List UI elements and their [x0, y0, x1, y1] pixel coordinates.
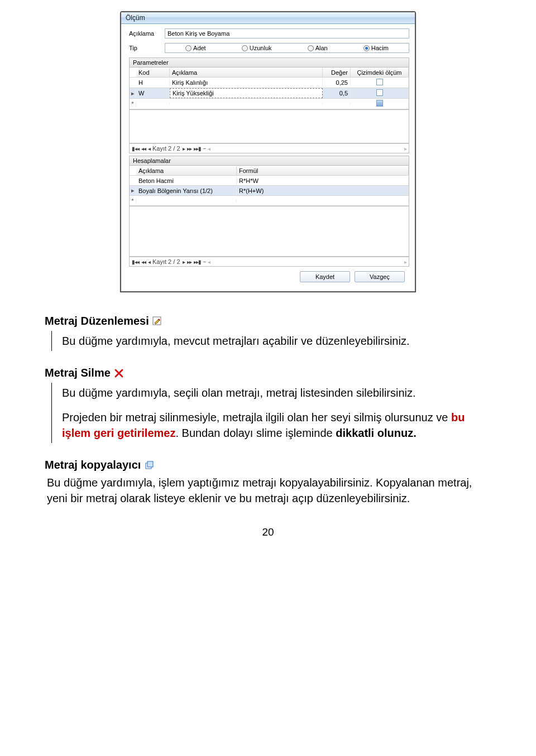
table-row[interactable]: ▸ Boyalı Bölgenin Yarısı (1/2) R*(H+W)	[130, 186, 409, 196]
dialog-olcum: Ölçüm Açıklama Tip Adet Uzunluk Alan Hac…	[120, 11, 416, 292]
radio-icon	[242, 45, 248, 51]
grid-header: Kod Açıklama Değer Çizimdeki ölçüm	[130, 68, 409, 78]
radio-label: Adet	[193, 45, 206, 51]
nav-next-icon[interactable]: ▸	[183, 259, 185, 265]
group-header-hesaplamalar: Hesaplamalar	[129, 156, 409, 166]
cell-olcum	[351, 78, 409, 88]
nav-left-icon[interactable]: ◂	[208, 259, 210, 265]
grid-header: Açıklama Formül	[130, 166, 409, 176]
nav-last-icon[interactable]: ▸▸▮	[194, 146, 201, 152]
table-row-new[interactable]: *	[130, 196, 409, 206]
svg-rect-2	[147, 461, 153, 467]
table-row[interactable]: Beton Hacmi R*H*W	[130, 176, 409, 186]
page-number: 20	[45, 526, 491, 538]
grid-blank	[129, 110, 409, 143]
table-row[interactable]: ▸ W Kiriş Yüksekliği 0,5	[130, 88, 409, 99]
row-aciklama: Açıklama	[129, 28, 409, 38]
cell-aciklama: Kiriş Kalınlığı	[170, 78, 323, 87]
row-tip: Tip Adet Uzunluk Alan Hacim	[129, 43, 409, 53]
col-aciklama: Açıklama	[136, 166, 237, 175]
pencil-icon	[152, 316, 162, 326]
nav-next-icon[interactable]: ▸	[183, 146, 185, 152]
group-header-parametreler: Parametreler	[129, 57, 409, 68]
radio-adet[interactable]: Adet	[185, 45, 206, 51]
text: Projeden bir metraj silinmesiyle, metraj…	[62, 411, 451, 423]
checkbox-icon[interactable]	[376, 100, 383, 107]
radio-icon	[185, 45, 192, 51]
new-row-indicator: *	[130, 100, 136, 107]
nav-right-icon[interactable]: ▸	[404, 259, 406, 265]
nav-prevpage-icon[interactable]: ◂◂	[141, 146, 146, 152]
cell-formul: R*H*W	[237, 176, 409, 185]
section-metraj-kopyalayici: Metraj kopyalayıcı Bu düğme yardımıyla, …	[45, 459, 491, 506]
heading-delete: Metraj Silme	[45, 367, 491, 379]
cell-formul: R*(H+W)	[237, 186, 409, 195]
heading-copy: Metraj kopyalayıcı	[45, 459, 491, 471]
nav-first-icon[interactable]: ▮◂◂	[132, 146, 139, 152]
cell-kod: W	[136, 89, 170, 98]
checkbox-icon[interactable]	[376, 79, 383, 85]
nav-nextpage-icon[interactable]: ▸▸	[187, 259, 192, 265]
radio-hacim[interactable]: Hacim	[363, 45, 389, 51]
bold-text: dikkatli olunuz.	[336, 427, 416, 439]
col-olcum: Çizimdeki ölçüm	[351, 68, 409, 77]
paragraph: Bu düğme yardımıyla, mevcut metrajları a…	[62, 333, 491, 349]
radio-icon	[363, 45, 370, 51]
form-body: Açıklama Tip Adet Uzunluk Alan Hacim Par…	[121, 24, 415, 291]
heading-text: Metraj kopyalayıcı	[45, 459, 141, 471]
cell-deger: 0,5	[323, 89, 351, 98]
radio-label: Uzunluk	[250, 45, 272, 51]
nav-nextpage-icon[interactable]: ▸▸	[187, 146, 192, 152]
nav-last-icon[interactable]: ▸▸▮	[194, 259, 201, 265]
cell-olcum	[351, 88, 409, 98]
grid-blank	[129, 206, 409, 257]
table-row[interactable]: H Kiriş Kalınlığı 0,25	[130, 78, 409, 88]
nav-right-icon[interactable]: ▸	[404, 146, 406, 152]
heading-text: Metraj Düzenlemesi	[45, 315, 149, 328]
body-delete: Bu düğme yardımıyla, seçili olan metrajı…	[51, 383, 491, 443]
nav-prevpage-icon[interactable]: ◂◂	[141, 259, 146, 265]
nav-record-label: Kayıt 2 / 2	[152, 258, 180, 265]
nav-minus-icon[interactable]: −	[203, 146, 206, 152]
grid-navigator: ▮◂◂ ◂◂ ◂ Kayıt 2 / 2 ▸ ▸▸ ▸▸▮ − ◂ ▸	[129, 257, 409, 267]
radio-label: Alan	[315, 45, 328, 51]
radio-label: Hacim	[371, 45, 389, 51]
save-button[interactable]: Kaydet	[300, 271, 350, 282]
paragraph: Projeden bir metraj silinmesiyle, metraj…	[62, 410, 491, 441]
paragraph: Bu düğme yardımıyla, seçili olan metrajı…	[62, 385, 491, 401]
copy-icon	[144, 460, 154, 470]
input-aciklama[interactable]	[165, 28, 409, 38]
grid-parametreler: Kod Açıklama Değer Çizimdeki ölçüm H Kir…	[129, 68, 409, 110]
radio-uzunluk[interactable]: Uzunluk	[242, 45, 272, 51]
row-indicator: ▸	[130, 90, 136, 97]
radio-alan[interactable]: Alan	[308, 45, 328, 51]
nav-first-icon[interactable]: ▮◂◂	[132, 259, 139, 265]
nav-record-label: Kayıt 2 / 2	[152, 145, 180, 152]
section-metraj-duzenlemesi: Metraj Düzenlemesi Bu düğme yardımıyla, …	[45, 315, 491, 351]
grid-navigator: ▮◂◂ ◂◂ ◂ Kayıt 2 / 2 ▸ ▸▸ ▸▸▮ − ◂ ▸	[129, 143, 409, 153]
nav-prev-icon[interactable]: ◂	[148, 259, 150, 265]
cancel-button[interactable]: Vazgeç	[355, 271, 405, 282]
nav-left-icon[interactable]: ◂	[208, 146, 210, 152]
col-kod: Kod	[136, 68, 170, 77]
row-indicator: ▸	[130, 187, 136, 194]
label-tip: Tip	[129, 45, 161, 51]
body-edit: Bu düğme yardımıyla, mevcut metrajları a…	[51, 331, 491, 351]
radio-group-tip: Adet Uzunluk Alan Hacim	[165, 43, 409, 53]
button-row: Kaydet Vazgeç	[129, 267, 409, 287]
section-metraj-silme: Metraj Silme Bu düğme yardımıyla, seçili…	[45, 367, 491, 443]
col-aciklama: Açıklama	[170, 68, 323, 77]
grid-hesaplamalar: Açıklama Formül Beton Hacmi R*H*W ▸ Boya…	[129, 166, 409, 206]
cell-kod: H	[136, 78, 170, 87]
body-copy: Bu düğme yardımıyla, işlem yaptığımız me…	[47, 475, 491, 506]
nav-prev-icon[interactable]: ◂	[148, 146, 150, 152]
new-row-indicator: *	[130, 198, 136, 204]
label-aciklama: Açıklama	[129, 30, 161, 37]
nav-minus-icon[interactable]: −	[203, 259, 206, 265]
radio-icon	[308, 45, 314, 51]
table-row-new[interactable]: *	[130, 99, 409, 109]
checkbox-icon[interactable]	[376, 89, 383, 96]
cell-deger: 0,25	[323, 78, 351, 87]
col-formul: Formül	[237, 166, 409, 175]
cell-aciklama: Beton Hacmi	[136, 176, 237, 185]
